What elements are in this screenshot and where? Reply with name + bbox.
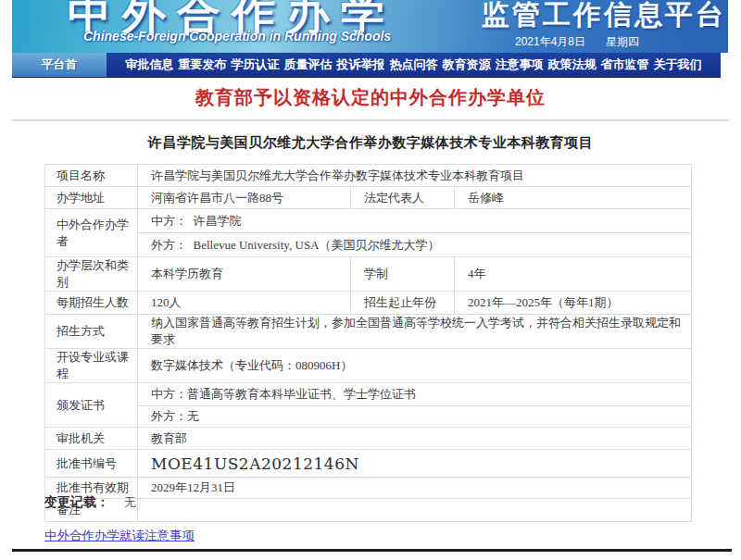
nav-item-policies[interactable]: 政策法规 [548, 56, 597, 73]
nav-item-notices[interactable]: 注意事项 [496, 56, 544, 73]
change-record-value: 无 [124, 495, 136, 509]
field-value-partner-chinese: 中方： 许昌学院 [138, 209, 692, 233]
nav-item-home[interactable]: 平台首 [12, 53, 107, 77]
field-label-enrollment: 每期招生人数 [45, 292, 138, 315]
table-row: 开设专业或课程 数字媒体技术（专业代码：080906H） [45, 349, 692, 383]
field-value-partner-foreign: 外方： Bellevue University, USA（美国贝尔维尤大学） [138, 233, 692, 257]
current-weekday: 星期四 [606, 34, 639, 50]
field-label-majors: 开设专业或课程 [45, 349, 138, 383]
main-navbar: 平台首 审批信息 重要发布 学历认证 质量评估 投诉举报 热点问答 教育资源 注… [12, 53, 721, 78]
field-label-duration: 学制 [351, 257, 455, 292]
field-value-majors: 数字媒体技术（专业代码：080906H） [138, 349, 692, 383]
project-info-table: 项目名称 许昌学院与美国贝尔维尤大学合作举办数字媒体技术专业本科教育项目 办学地… [44, 164, 692, 522]
nav-item-approval-info[interactable]: 审批信息 [126, 56, 174, 73]
field-value-remarks [138, 499, 692, 522]
field-value-duration: 4年 [455, 257, 692, 292]
nav-item-hot-qa[interactable]: 热点问答 [390, 56, 438, 73]
table-row: 批准书编号 MOE41US2A20212146N [45, 450, 692, 478]
field-value-address: 河南省许昌市八一路88号 [138, 187, 351, 209]
field-label-enrollment-years: 招生起止年份 [351, 292, 455, 315]
nav-item-credential-verification[interactable]: 学历认证 [232, 56, 280, 73]
field-label-project-name: 项目名称 [45, 165, 138, 187]
field-value-admission: 纳入国家普通高等教育招生计划，参加全国普通高等学校统一入学考试，并符合相关招生录… [138, 315, 692, 349]
nav-item-quality-evaluation[interactable]: 质量评估 [284, 56, 333, 73]
table-row: 项目名称 许昌学院与美国贝尔维尤大学合作举办数字媒体技术专业本科教育项目 [45, 165, 692, 187]
table-row: 批准书有效期 2029年12月31日 [45, 478, 692, 499]
site-logo-english: Chinese-Foreign Cooperation in Running S… [83, 29, 391, 44]
field-value-authority: 教育部 [138, 428, 692, 450]
field-value-approval-number: MOE41US2A20212146N [138, 450, 692, 478]
field-label-admission: 招生方式 [45, 315, 138, 349]
table-row: 审批机关 教育部 [45, 428, 692, 450]
table-row: 备注 [45, 499, 692, 522]
divider [12, 119, 729, 121]
bottom-divider [12, 549, 732, 552]
field-value-validity: 2029年12月31日 [138, 478, 692, 499]
field-value-certificate-foreign: 外方：无 [138, 406, 692, 428]
date-display: 2021年4月8日 星期四 [515, 34, 639, 50]
field-value-project-name: 许昌学院与美国贝尔维尤大学合作举办数字媒体技术专业本科教育项目 [138, 165, 692, 187]
table-row: 招生方式 纳入国家普通高等教育招生计划，参加全国普通高等学校统一入学考试，并符合… [45, 315, 692, 349]
field-label-certificates: 颁发证书 [45, 383, 138, 428]
nav-menu: 审批信息 重要发布 学历认证 质量评估 投诉举报 热点问答 教育资源 注意事项 … [107, 53, 721, 77]
field-label-authority: 审批机关 [45, 428, 138, 450]
field-label-address: 办学地址 [45, 187, 138, 209]
change-record-label: 变更记载： [44, 495, 109, 509]
nav-item-provincial-supervision[interactable]: 省市监管 [601, 56, 649, 73]
platform-title: 监管工作信息平台 [482, 0, 726, 34]
page-title: 教育部予以资格认定的中外合作办学单位 [0, 85, 741, 110]
project-table-title: 许昌学院与美国贝尔维尤大学合作举办数字媒体技术专业本科教育项目 [0, 134, 741, 152]
field-label-legal-representative: 法定代表人 [351, 187, 455, 209]
nav-item-about-us[interactable]: 关于我们 [654, 56, 702, 73]
field-value-level: 本科学历教育 [138, 257, 351, 292]
nav-item-important-release[interactable]: 重要发布 [179, 56, 227, 73]
table-row: 外方： Bellevue University, USA（美国贝尔维尤大学） [45, 233, 692, 257]
table-row: 办学层次和类别 本科学历教育 学制 4年 [45, 257, 692, 292]
change-record: 变更记载：无 [44, 494, 136, 511]
nav-item-education-resources[interactable]: 教育资源 [443, 56, 491, 73]
field-value-enrollment-years: 2021年—2025年（每年1期） [455, 292, 692, 315]
field-value-certificate-chinese: 中方：普通高等教育本科毕业证书、学士学位证书 [138, 383, 692, 406]
table-row: 每期招生人数 120人 招生起止年份 2021年—2025年（每年1期） [45, 292, 692, 315]
study-notice-link[interactable]: 中外合作办学就读注意事项 [44, 528, 195, 544]
field-value-legal-representative: 岳修峰 [455, 187, 692, 209]
table-row: 中外合作办学者 中方： 许昌学院 [45, 209, 692, 233]
field-label-partners: 中外合作办学者 [45, 209, 138, 257]
table-row: 外方：无 [45, 406, 692, 428]
table-row: 办学地址 河南省许昌市八一路88号 法定代表人 岳修峰 [45, 187, 692, 209]
site-banner: 中外合作办学 Chinese-Foreign Cooperation in Ru… [12, 0, 728, 53]
current-date: 2021年4月8日 [515, 34, 585, 50]
table-row: 颁发证书 中方：普通高等教育本科毕业证书、学士学位证书 [45, 383, 692, 406]
field-label-approval-number: 批准书编号 [45, 450, 138, 478]
field-value-enrollment: 120人 [138, 292, 351, 315]
nav-item-complaints[interactable]: 投诉举报 [337, 56, 385, 73]
field-label-level: 办学层次和类别 [45, 257, 138, 292]
